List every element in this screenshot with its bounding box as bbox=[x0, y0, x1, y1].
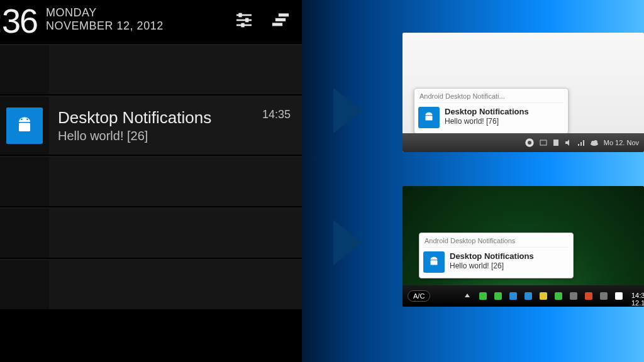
arrow-icon bbox=[333, 88, 362, 133]
svg-rect-20 bbox=[583, 140, 584, 146]
popup-title: Desktop Notifications bbox=[450, 251, 534, 261]
svg-point-23 bbox=[594, 140, 597, 144]
status-date-text: NOVEMBER 12, 2012 bbox=[46, 19, 164, 33]
status-date: MONDAY NOVEMBER 12, 2012 bbox=[46, 6, 164, 32]
taskbar-date: Mo 12. Nov bbox=[604, 139, 639, 146]
desktop-screenshot-linux: Android Desktop Notificati... Desktop No… bbox=[402, 33, 644, 152]
taskbar: Mo 12. Nov bbox=[402, 133, 644, 152]
quick-settings-icon[interactable] bbox=[230, 6, 258, 34]
popup-body: Hello world! [26] bbox=[450, 261, 534, 270]
status-day: MONDAY bbox=[46, 6, 164, 19]
tray-icon[interactable] bbox=[494, 292, 502, 300]
system-tray: 14:3 12.11. bbox=[463, 292, 639, 300]
volume-icon[interactable] bbox=[565, 139, 572, 146]
volume-icon[interactable] bbox=[615, 292, 623, 300]
tray-icon[interactable] bbox=[585, 292, 592, 300]
status-clock: :36 bbox=[0, 4, 37, 38]
desktop-notification-popup[interactable]: Android Desktop Notificati... Desktop No… bbox=[414, 88, 569, 134]
desktop-screenshot-windows: Android Desktop Notifications Desktop No… bbox=[402, 186, 644, 307]
popup-title: Desktop Notifications bbox=[445, 107, 529, 116]
notification-row[interactable]: Desktop Notifications Hello world! [26] … bbox=[0, 96, 302, 156]
svg-rect-19 bbox=[580, 142, 582, 146]
system-tray: Mo 12. Nov bbox=[525, 138, 639, 148]
popup-header: Android Desktop Notificati... bbox=[418, 91, 564, 103]
android-notification-shade: :36 MONDAY NOVEMBER 12, 2012 Desktop Not… bbox=[0, 0, 302, 362]
taskbar-clock[interactable]: 14:3 12.11. bbox=[630, 292, 638, 300]
svg-rect-5 bbox=[242, 23, 244, 26]
desktop-notification-popup[interactable]: Android Desktop Notifications Desktop No… bbox=[419, 233, 574, 278]
svg-point-9 bbox=[21, 118, 23, 120]
android-app-icon bbox=[418, 107, 440, 128]
notification-row-placeholder bbox=[0, 259, 302, 310]
svg-rect-3 bbox=[239, 13, 242, 16]
popup-header: Android Desktop Notifications bbox=[423, 236, 569, 248]
chrome-icon[interactable] bbox=[525, 138, 535, 148]
tray-icon[interactable] bbox=[540, 292, 547, 300]
tray-icon[interactable] bbox=[540, 139, 547, 146]
notification-row-placeholder bbox=[0, 207, 302, 259]
svg-rect-4 bbox=[246, 18, 248, 21]
svg-rect-15 bbox=[540, 140, 547, 145]
svg-rect-7 bbox=[276, 19, 286, 21]
svg-rect-16 bbox=[553, 140, 558, 146]
network-icon[interactable] bbox=[600, 292, 608, 300]
svg-rect-24 bbox=[431, 260, 438, 265]
cloud-icon[interactable] bbox=[590, 139, 599, 146]
taskbar: A/C 14:3 12.11. bbox=[402, 285, 644, 307]
svg-marker-25 bbox=[465, 293, 470, 297]
arrow-icon bbox=[333, 220, 362, 265]
svg-marker-17 bbox=[565, 140, 569, 146]
svg-rect-6 bbox=[279, 14, 289, 16]
clear-all-icon[interactable] bbox=[267, 6, 294, 34]
status-bar: :36 MONDAY NOVEMBER 12, 2012 bbox=[0, 0, 302, 44]
svg-rect-18 bbox=[578, 144, 579, 146]
power-badge[interactable]: A/C bbox=[408, 290, 430, 302]
svg-point-10 bbox=[26, 118, 28, 120]
tray-icon[interactable] bbox=[525, 292, 532, 300]
svg-rect-11 bbox=[19, 123, 30, 132]
popup-body: Hello world! [76] bbox=[445, 117, 529, 126]
android-app-icon bbox=[6, 107, 43, 144]
notification-body: Hello world! [26] bbox=[58, 129, 293, 143]
chevron-up-icon[interactable] bbox=[464, 292, 472, 300]
svg-rect-12 bbox=[426, 116, 433, 120]
notification-time: 14:35 bbox=[262, 108, 291, 121]
svg-point-14 bbox=[528, 141, 531, 145]
svg-rect-8 bbox=[273, 23, 282, 26]
notification-app-icon-cell bbox=[0, 97, 49, 155]
notification-row-placeholder bbox=[0, 44, 302, 96]
tray-icon[interactable] bbox=[555, 292, 562, 300]
network-icon[interactable] bbox=[577, 139, 585, 146]
notification-row-placeholder bbox=[0, 156, 302, 207]
android-app-icon bbox=[423, 251, 445, 273]
notification-title: Desktop Notifications bbox=[58, 108, 293, 128]
tray-icon[interactable] bbox=[479, 292, 487, 300]
tray-icon[interactable] bbox=[509, 292, 517, 300]
tray-icon[interactable] bbox=[552, 139, 560, 146]
tray-icon[interactable] bbox=[570, 292, 577, 300]
